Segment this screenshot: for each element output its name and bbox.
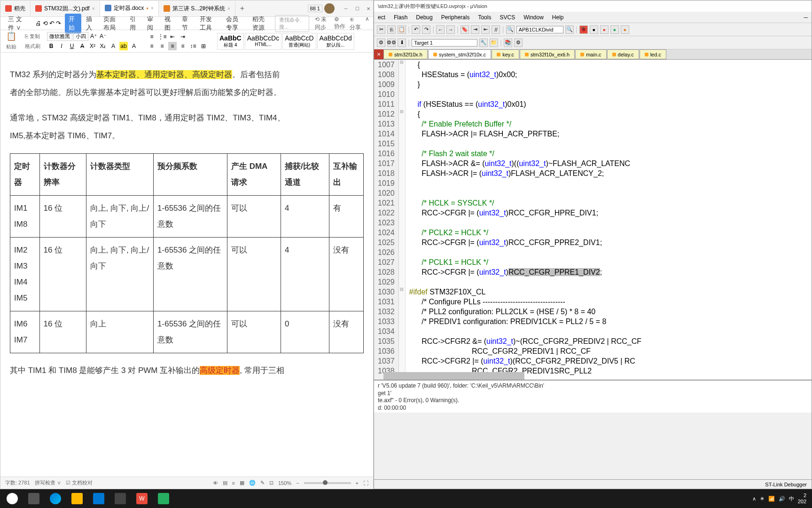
highlight-button[interactable]: ab	[119, 42, 128, 50]
bold-button[interactable]: B	[47, 42, 55, 50]
fullscreen-icon[interactable]: ⛶	[363, 480, 368, 486]
menu-home[interactable]: 开始	[65, 14, 81, 33]
increase-font-icon[interactable]: A⁺	[89, 32, 98, 40]
window-count-icon[interactable]: 88 1	[308, 5, 322, 12]
format-brush-button[interactable]: 格式刷	[23, 42, 42, 51]
editor-tab-3[interactable]: stm32f10x_exti.h	[520, 49, 575, 59]
options-icon[interactable]: 🔧	[479, 39, 488, 47]
horizontal-scrollbar[interactable]	[383, 372, 524, 380]
outdent-icon[interactable]: ⇤	[481, 25, 490, 34]
superscript-button[interactable]: X²	[88, 42, 97, 50]
code-editor[interactable]: 1007100810091010101110121013101410151016…	[374, 60, 812, 380]
reading-icon[interactable]: 🌐	[249, 480, 256, 486]
italic-button[interactable]: I	[57, 42, 66, 50]
ruler-icon[interactable]: ⊡	[269, 480, 273, 486]
stop-icon[interactable]: ●	[600, 25, 609, 34]
tray-clock[interactable]: 2202	[798, 492, 806, 505]
edge-button[interactable]	[45, 490, 66, 507]
close-icon[interactable]: ×	[92, 6, 95, 11]
toolbar-icon[interactable]: 🖨	[35, 20, 41, 27]
menu-project[interactable]: ect	[378, 14, 385, 21]
doc-check[interactable]: ☑ 文档校对	[66, 479, 93, 486]
align-right-icon[interactable]: ≡	[168, 42, 177, 50]
wps-button[interactable]: W	[132, 490, 152, 507]
zoom-level[interactable]: 150%	[278, 480, 291, 486]
toolbar-icon[interactable]: ⟲	[43, 20, 48, 27]
line-spacing-icon[interactable]: ↕≡	[189, 42, 197, 50]
nav-back-icon[interactable]: ←	[436, 25, 445, 34]
border-icon[interactable]: ⊞	[199, 42, 208, 50]
menu-devtools[interactable]: 开发工具	[196, 14, 221, 33]
close-button[interactable]: ✕	[364, 4, 373, 13]
editor-tab-6[interactable]: led.c	[640, 49, 666, 59]
code-content[interactable]: { HSEStatus = (uint32_t)0x00; } if (HSES…	[406, 60, 812, 380]
debug-icon[interactable]: 🐞	[579, 25, 588, 34]
indent-right-icon[interactable]: ⇥	[179, 32, 187, 41]
tray-ime-icon[interactable]: 中	[789, 495, 794, 502]
align-center-icon[interactable]: ≡	[158, 42, 166, 50]
menu-svcs[interactable]: SVCS	[500, 14, 515, 21]
comment-icon[interactable]: //	[492, 25, 500, 34]
menu-debug[interactable]: Debug	[416, 14, 432, 21]
underline-button[interactable]: U	[68, 42, 76, 50]
close-all-icon[interactable]: ✕	[374, 49, 383, 59]
find-next-icon[interactable]: 🔍	[565, 25, 574, 34]
menu-help[interactable]: Help	[552, 14, 564, 21]
align-justify-icon[interactable]: ≡	[179, 42, 187, 50]
editor-tab-5[interactable]: delay.c	[607, 49, 639, 59]
menu-flash[interactable]: Flash	[394, 14, 407, 21]
strike-button[interactable]: A̶	[78, 42, 86, 50]
breakpoint-icon[interactable]: ●	[590, 25, 598, 34]
tray-volume-icon[interactable]: 🔊	[779, 496, 785, 502]
maximize-button[interactable]: ☐	[352, 4, 362, 13]
view-icon[interactable]: 👁	[213, 480, 218, 486]
minimize-button[interactable]: ─	[804, 14, 808, 21]
books-icon[interactable]: 📚	[504, 39, 512, 47]
file-menu[interactable]: 三 文件 ∨	[4, 14, 31, 33]
paste-icon[interactable]: 📋	[398, 25, 406, 34]
font-select[interactable]: 微软雅黑	[47, 32, 72, 41]
style-heading4[interactable]: AaBbC标题 4	[217, 33, 244, 50]
editor-tab-0[interactable]: stm32f10x.h	[383, 49, 428, 59]
task-view-button[interactable]	[23, 490, 44, 507]
editor-tab-4[interactable]: main.c	[575, 49, 606, 59]
copy-icon[interactable]: ⎘	[387, 25, 396, 34]
menu-window[interactable]: Window	[523, 14, 544, 21]
start-button[interactable]	[2, 490, 23, 507]
outline-icon[interactable]: ≡	[232, 480, 235, 486]
web-icon[interactable]: ▦	[240, 480, 244, 486]
manage-icon[interactable]: 📁	[490, 39, 498, 47]
tray-expand-icon[interactable]: ∧	[752, 496, 756, 502]
search-combo[interactable]: APB1CLKDivid	[516, 26, 563, 33]
avatar[interactable]	[324, 3, 335, 14]
menu-review[interactable]: 审阅	[143, 14, 160, 33]
menu-peripherals[interactable]: Peripherals	[441, 14, 470, 21]
font-color-button[interactable]: A	[109, 42, 117, 50]
style-html[interactable]: AaBbCcDcHTML...	[245, 33, 281, 50]
zoom-out[interactable]: −	[296, 480, 299, 486]
command-search[interactable]: 查找命令、搜...	[275, 15, 309, 32]
bullet-list-icon[interactable]: ≡	[148, 32, 156, 41]
copy-button[interactable]: ⎘ 复制	[23, 32, 42, 41]
decrease-font-icon[interactable]: A⁻	[99, 32, 107, 40]
bookmark-icon[interactable]: 🔖	[461, 25, 469, 34]
share-button[interactable]: ⊕ 分享	[350, 16, 361, 32]
rebuild-icon[interactable]: ⚙⚙	[387, 39, 396, 47]
store-button[interactable]	[88, 490, 109, 507]
paste-icon[interactable]: 📋	[6, 31, 16, 41]
expand-icon[interactable]: ∧	[365, 16, 369, 32]
editor-tab-2[interactable]: key.c	[492, 49, 519, 59]
tray-brightness-icon[interactable]: ☀	[760, 496, 765, 502]
style-default[interactable]: AaBbCcDd默认段...	[317, 33, 354, 50]
toolbar-icon[interactable]: ↷	[56, 20, 61, 27]
close-icon[interactable]: ×	[151, 6, 154, 11]
build-output[interactable]: r 'V5.06 update 7 (build 960)', folder: …	[374, 380, 812, 413]
download-icon[interactable]: ⬇	[398, 39, 406, 47]
indent-icon[interactable]: ⇥	[471, 25, 479, 34]
menu-chapter[interactable]: 章节	[178, 14, 195, 33]
word-count[interactable]: 字数: 2781	[5, 479, 30, 486]
explorer-button[interactable]	[67, 490, 87, 507]
fold-column[interactable]: ⊟⊟⊟	[399, 60, 406, 380]
cut-icon[interactable]: ✂	[377, 25, 385, 34]
fontsize-select[interactable]: 小四	[73, 32, 88, 41]
